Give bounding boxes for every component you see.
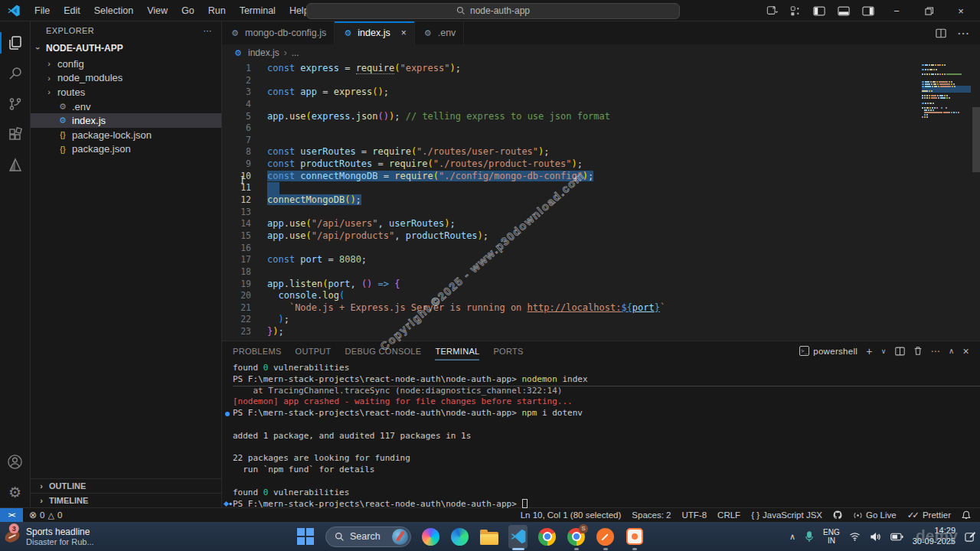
code-line[interactable]: 13 — [222, 207, 980, 219]
code-line[interactable]: 6 — [222, 122, 980, 135]
copilot-app-icon[interactable] — [421, 527, 440, 546]
panel-tab-ports[interactable]: PORTS — [493, 341, 523, 360]
editor-scrollbar[interactable] — [972, 107, 980, 172]
code-line[interactable]: 3const app = express(); — [222, 86, 980, 99]
terminal-line[interactable]: run `npm fund` for details — [233, 465, 980, 476]
pen-notification-icon[interactable] — [965, 531, 975, 542]
file-row-package.json[interactable]: {}package.json — [31, 142, 221, 157]
command-decoration-icon[interactable] — [225, 412, 230, 416]
code-line[interactable]: 11 — [222, 182, 980, 194]
wifi-icon[interactable] — [849, 532, 861, 541]
restore-button[interactable] — [919, 7, 939, 15]
settings-gear-icon[interactable]: ⚙ — [0, 477, 31, 507]
command-center-search[interactable]: node-auth-app — [306, 3, 680, 19]
menu-view[interactable]: View — [141, 3, 174, 18]
tab-mongo-db-config[interactable]: ⚙ mongo-db-config.js — [222, 21, 335, 44]
taskbar-search[interactable]: Search — [325, 527, 411, 547]
tray-clock[interactable]: 14:29 30-09-2025 — [913, 526, 956, 547]
code-line[interactable]: 23}); — [222, 326, 980, 338]
toggle-secondary-sidebar-icon[interactable] — [862, 6, 874, 16]
close-tab-icon[interactable]: × — [401, 28, 407, 38]
panel-tab-debug-console[interactable]: DEBUG CONSOLE — [345, 341, 422, 360]
outline-section[interactable]: › OUTLINE — [31, 478, 221, 493]
eol-sequence[interactable]: CRLF — [717, 510, 740, 520]
start-button[interactable] — [296, 527, 315, 546]
panel-more-actions-icon[interactable]: ⋯ — [931, 346, 940, 357]
microphone-icon[interactable] — [805, 531, 814, 543]
code-editor[interactable]: 1const express = require("express");23co… — [222, 61, 980, 341]
chrome-app-icon[interactable] — [537, 527, 557, 546]
code-line[interactable]: 8const userRoutes = require("./routes/us… — [222, 146, 980, 158]
terminal-line[interactable]: found 0 vulnerabilities — [233, 363, 980, 374]
explorer-icon[interactable] — [0, 28, 31, 58]
encoding[interactable]: UTF-8 — [682, 510, 707, 520]
terminal-line[interactable]: PS F:\mern-stack-projects\react-node-aut… — [233, 374, 980, 386]
file-row-index.js[interactable]: ⚙index.js — [31, 113, 221, 128]
menu-selection[interactable]: Selection — [88, 3, 139, 18]
code-line[interactable]: 15app.use("/api/products", productRoutes… — [222, 230, 980, 243]
terminal-shell-label[interactable]: >_ powershell — [799, 346, 858, 356]
tray-overflow-chevron-icon[interactable]: ∧ — [789, 532, 795, 542]
menu-file[interactable]: File — [28, 3, 56, 18]
panel-tab-problems[interactable]: PROBLEMS — [233, 341, 282, 360]
terminal-line[interactable] — [233, 442, 980, 454]
language-mode[interactable]: { } JavaScript JSX — [751, 510, 822, 520]
minimize-button[interactable]: − — [887, 5, 906, 17]
menu-edit[interactable]: Edit — [57, 3, 87, 18]
widgets-button[interactable]: 3 Sports headline Disaster for Rub... — [5, 527, 94, 546]
code-line[interactable]: 14app.use("/api/users", userRoutes); — [222, 218, 980, 230]
language-indicator[interactable]: ENG IN — [823, 528, 840, 546]
code-line[interactable]: 4 — [222, 99, 980, 111]
code-line[interactable]: 19app.listen(port, () => { — [222, 279, 980, 291]
project-root-row[interactable]: › NODE-AUTH-APP — [31, 40, 221, 57]
volume-icon[interactable] — [870, 532, 881, 542]
menu-run[interactable]: Run — [202, 3, 232, 18]
search-sidebar-icon[interactable] — [0, 58, 31, 89]
tab-env[interactable]: ⚙ .env — [415, 21, 465, 44]
notifications-bell-icon[interactable] — [962, 510, 971, 520]
file-explorer-app-icon[interactable] — [479, 527, 498, 546]
explorer-more-actions-icon[interactable]: ⋯ — [204, 26, 212, 36]
tab-index-js[interactable]: ⚙ index.js × — [335, 21, 414, 44]
toggle-sidebar-icon[interactable] — [813, 6, 825, 16]
terminal-line[interactable]: PS F:\mern-stack-projects\react-node-aut… — [233, 499, 980, 510]
code-line[interactable]: 7 — [222, 135, 980, 147]
menu-terminal[interactable]: Terminal — [234, 3, 282, 18]
file-row-config[interactable]: ›config — [31, 57, 221, 71]
snipping-app-icon[interactable] — [625, 527, 644, 546]
terminal-output[interactable]: found 0 vulnerabilitiesPS F:\mern-stack-… — [222, 360, 980, 510]
minimap[interactable] — [922, 64, 971, 119]
editor-more-actions-icon[interactable]: ⋯ — [957, 26, 969, 41]
panel-tab-output[interactable]: OUTPUT — [296, 341, 332, 360]
code-line[interactable]: 20 console.log( — [222, 290, 980, 302]
problems-status[interactable]: ⊗ 0 △ 0 — [29, 510, 62, 520]
customize-layout-icon[interactable] — [790, 6, 801, 16]
file-row-package-lock.json[interactable]: {}package-lock.json — [31, 128, 221, 142]
close-window-button[interactable]: × — [951, 5, 971, 17]
code-line[interactable]: 1const express = require("express"); — [222, 63, 980, 75]
chrome-profile-app-icon[interactable]: S — [567, 527, 586, 546]
extensions-icon[interactable] — [0, 119, 31, 150]
code-line[interactable]: 5app.use(express.json()); // telling exp… — [222, 111, 980, 123]
code-line[interactable]: 2 — [222, 75, 980, 87]
account-icon[interactable] — [0, 446, 31, 477]
breadcrumb[interactable]: ⚙ index.js › ... — [222, 44, 980, 61]
battery-icon[interactable] — [890, 533, 903, 541]
file-row-routes[interactable]: ›routes — [31, 85, 221, 99]
terminal-line[interactable]: 22 packages are looking for funding — [233, 453, 980, 465]
notes-app-icon[interactable] — [596, 527, 615, 546]
kill-terminal-icon[interactable] — [913, 346, 923, 356]
terminal-line[interactable] — [233, 419, 980, 431]
split-editor-icon[interactable] — [936, 28, 946, 38]
close-panel-icon[interactable]: × — [963, 345, 969, 357]
code-line[interactable]: 18 — [222, 266, 980, 279]
prettier-status[interactable]: ✓✓ Prettier — [907, 510, 951, 520]
new-terminal-icon[interactable]: + — [866, 345, 872, 357]
terminal-line[interactable] — [233, 476, 980, 487]
code-line[interactable]: 9const productRoutes = require("./routes… — [222, 158, 980, 171]
cursor-position[interactable]: Ln 10, Col 1 (80 selected) — [521, 510, 622, 520]
copilot-menu-icon[interactable] — [766, 5, 778, 16]
code-line[interactable]: 16 — [222, 243, 980, 255]
code-line[interactable]: 10const connectMongoDB = require("./conf… — [222, 171, 980, 183]
panel-tab-terminal[interactable]: TERMINAL — [435, 341, 479, 360]
